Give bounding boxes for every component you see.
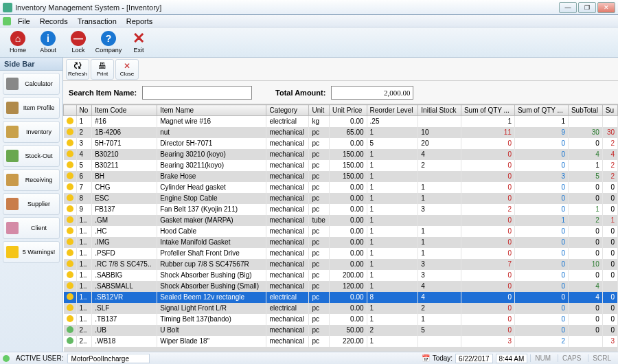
table-row[interactable]: 1#16Magnet wire #16electricalkg0.00.2511 — [64, 116, 618, 127]
table-row-empty — [64, 347, 618, 352]
column-header[interactable]: Su — [602, 105, 617, 116]
refresh-button[interactable]: 🗘Refresh — [66, 59, 89, 80]
table-row[interactable]: 4B30210Bearing 30210 (koyo)mechanicalpc1… — [64, 149, 618, 160]
table-row[interactable]: 5B30211Bearing 30211(koyo)mechanicalpc15… — [64, 160, 618, 171]
column-header[interactable]: Category — [266, 105, 309, 116]
table-row[interactable]: 8ESCEngine Stop Cablemechanicalpc0.00110… — [64, 193, 618, 204]
table-row[interactable]: 1...GMGasket maker (MARPA)mechanicaltube… — [64, 215, 618, 226]
sidebar-icon — [6, 246, 19, 258]
titlebar: Inventory Management System - [Inventory… — [0, 0, 618, 15]
column-header[interactable]: SubTotal — [568, 105, 602, 116]
column-header[interactable]: Unit Price — [330, 105, 367, 116]
sidebar-icon — [6, 126, 19, 138]
sidebar-item-calculator[interactable]: Calculator — [3, 73, 60, 95]
lock-icon: — — [71, 31, 86, 46]
close-panel-button[interactable]: ✕Close — [115, 59, 139, 80]
sidebar-item-client[interactable]: Client — [3, 217, 60, 239]
table-row[interactable]: 1...RC 7/8 S SC475..Rubber cup 7/8 S SC4… — [64, 259, 618, 270]
status-bullet-icon — [67, 161, 73, 168]
app-menu-icon[interactable] — [3, 17, 11, 25]
status-bullet-icon — [67, 249, 73, 256]
sidebar-item-receiving[interactable]: Receiving — [3, 169, 60, 191]
column-header[interactable]: Unit — [309, 105, 330, 116]
sidebar-item-stock-out[interactable]: Stock-Out — [3, 145, 60, 167]
status-bullet-icon — [67, 172, 73, 179]
window-close-button[interactable]: ✕ — [597, 2, 615, 13]
app-icon — [3, 3, 12, 12]
status-bullet-icon — [67, 194, 73, 201]
sidebar: Side Bar CalculatorItem ProfileInventory… — [0, 58, 63, 352]
scrl-indicator: SCRL — [588, 354, 615, 362]
home-button[interactable]: ⌂Home — [4, 29, 32, 56]
sidebar-item-label: 5 Warnings! — [21, 249, 56, 255]
sidebar-item-supplier[interactable]: Supplier — [3, 193, 60, 215]
status-bullet-icon — [67, 117, 73, 124]
active-user-label: ACTIVE USER: — [16, 354, 63, 362]
menu-transaction[interactable]: Transaction — [73, 16, 121, 26]
calendar-icon: 📅 — [422, 354, 430, 362]
table-row[interactable]: 21B-4206nutmechanicalpc65.001101193030 — [64, 127, 618, 138]
home-icon: ⌂ — [10, 31, 25, 46]
table-row[interactable]: 1...HCHood Cablemechanicalpc0.00110000 — [64, 226, 618, 237]
status-bullet-icon — [67, 139, 73, 146]
menubar: File Records Transaction Reports — [0, 15, 618, 27]
table-row[interactable]: 6BHBrake Hosemechanicalpc150.0010352 — [64, 171, 618, 182]
statusbar: ACTIVE USER: MotorPoolIncharge 📅 Today: … — [0, 352, 618, 364]
table-row[interactable]: 2...WB18Wiper Blade 18"mechanicalpc220.0… — [64, 336, 618, 347]
column-header[interactable]: Reorder Level — [367, 105, 418, 116]
about-button[interactable]: iAbout — [34, 29, 62, 56]
sidebar-icon — [6, 150, 19, 162]
menu-file[interactable]: File — [14, 16, 34, 26]
sidebar-icon — [6, 222, 19, 234]
status-bullet-icon — [67, 315, 73, 322]
lock-button[interactable]: —Lock — [65, 29, 92, 56]
column-header[interactable]: Item Name — [157, 105, 266, 116]
column-header[interactable]: No — [76, 105, 92, 116]
sidebar-item-label: Receiving — [21, 177, 56, 183]
table-row[interactable]: 1...SABSMALLShock Absorber Bushing (Smal… — [64, 281, 618, 292]
column-header[interactable]: Initial Stock — [418, 105, 461, 116]
table-row[interactable]: 1...PSFDProfeller Shaft Front Drivemecha… — [64, 248, 618, 259]
print-icon: 🖶 — [98, 61, 106, 71]
maximize-button[interactable]: ❐ — [578, 2, 596, 13]
sidebar-item-5-warnings-[interactable]: 5 Warnings! — [3, 241, 60, 263]
user-icon — [3, 355, 10, 362]
table-row[interactable]: 35H-7071Director 5H-7071mechanicalpc0.00… — [64, 138, 618, 149]
status-bullet-icon — [67, 326, 73, 333]
search-input[interactable] — [142, 86, 252, 100]
inventory-grid[interactable]: NoItem CodeItem NameCategoryUnitUnit Pri… — [63, 104, 618, 352]
time-field: 8:44 AM — [496, 354, 528, 363]
table-row[interactable]: 1...IMGIntake Manifold Gasketmechanicalp… — [64, 237, 618, 248]
today-label: Today: — [433, 354, 453, 362]
menu-reports[interactable]: Reports — [122, 16, 157, 26]
table-row[interactable]: 9FB137Fan Belt 137 (Kyojin 211)mechanica… — [64, 204, 618, 215]
sidebar-icon — [6, 78, 19, 90]
close-icon: ✕ — [131, 31, 146, 46]
minimize-button[interactable]: — — [559, 2, 577, 13]
sidebar-item-label: Item Profile — [21, 104, 56, 111]
table-row[interactable]: 2...UBU Boltmechanicalpc50.00250000 — [64, 325, 618, 336]
total-amount-field[interactable] — [331, 86, 413, 100]
status-bullet-icon — [67, 205, 73, 212]
print-button[interactable]: 🖶Print — [91, 59, 114, 80]
table-row[interactable]: 7CHGCylinder Head gasketmechanicalpc0.00… — [64, 182, 618, 193]
exit-button[interactable]: ✕Exit — [125, 29, 152, 56]
company-button[interactable]: ?Company — [95, 29, 122, 56]
table-row[interactable]: 1...SLFSignal Light Front L/Relectricalp… — [64, 303, 618, 314]
status-bullet-icon — [67, 337, 73, 344]
table-row[interactable]: 1...SABBIGShock Absorber Bushing (Big)me… — [64, 270, 618, 281]
sidebar-item-inventory[interactable]: Inventory — [3, 121, 60, 143]
column-header[interactable]: Sum of QTY ... — [514, 105, 568, 116]
main-toolbar: ⌂Home iAbout —Lock ?Company ✕Exit — [0, 27, 618, 58]
menu-records[interactable]: Records — [36, 16, 72, 26]
sidebar-icon — [6, 174, 19, 186]
sidebar-icon — [6, 102, 19, 114]
date-field: 6/22/2017 — [455, 354, 493, 363]
table-row[interactable]: 1...TB137Timing Belt 137(bando)mechanica… — [64, 314, 618, 325]
column-header[interactable]: Sum of QTY ... — [461, 105, 514, 116]
table-row[interactable]: 1...SB12VRSealed Beem 12v rectangleelect… — [64, 292, 618, 303]
sidebar-item-item-profile[interactable]: Item Profile — [3, 97, 60, 119]
sidebar-title: Side Bar — [0, 58, 62, 71]
column-header[interactable]: Item Code — [92, 105, 157, 116]
question-icon: ? — [101, 31, 116, 46]
